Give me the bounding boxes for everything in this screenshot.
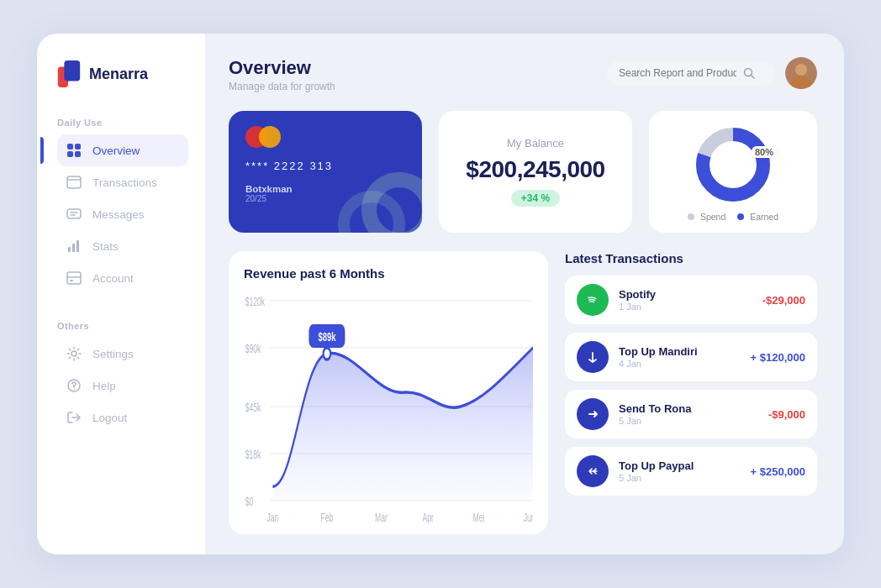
credit-card: **** 2222 313 Botxkman 20/25: [229, 111, 422, 233]
tx-rona-info: Send To Rona 5 Jan: [619, 402, 758, 426]
tx-name: Send To Rona: [619, 402, 758, 415]
sidebar-item-stats[interactable]: Stats: [57, 230, 188, 262]
table-row: Send To Rona 5 Jan -$9,000: [565, 390, 817, 438]
help-icon: [66, 377, 82, 394]
avatar[interactable]: [785, 57, 817, 89]
sidebar-item-overview[interactable]: Overview: [57, 134, 188, 166]
tx-date: 4 Jan: [619, 359, 741, 369]
tx-paypal-info: Top Up Paypal 5 Jan: [619, 459, 741, 483]
spotify-icon: [577, 284, 609, 316]
sidebar-item-transactions[interactable]: Transactions: [57, 166, 188, 198]
logo-text: Menarra: [89, 66, 148, 83]
sidebar-others-nav: Settings Help: [57, 338, 188, 433]
svg-rect-14: [70, 280, 73, 281]
svg-text:$0: $0: [245, 494, 254, 507]
search-box[interactable]: [607, 61, 775, 85]
tx-spotify-info: Spotify 1 Jan: [619, 288, 752, 312]
logo-icon: [57, 60, 81, 87]
messages-label: Messages: [92, 208, 145, 221]
svg-point-35: [324, 348, 331, 360]
svg-text:$18k: $18k: [245, 447, 261, 460]
logout-label: Logout: [92, 412, 127, 424]
donut-legend: Spend Earned: [688, 212, 778, 222]
logout-icon: [66, 409, 82, 426]
others-label: Others: [57, 321, 188, 331]
sidebar-item-logout[interactable]: Logout: [57, 402, 188, 433]
svg-text:Jun: Jun: [524, 511, 533, 524]
donut-card: 80% Spend Earned: [649, 111, 817, 233]
revenue-chart-svg: $120k $90k $45k $18k $0: [244, 289, 533, 524]
donut-percentage: 80%: [752, 146, 777, 158]
transactions-icon: [66, 174, 82, 191]
tx-amount: + $120,000: [751, 351, 805, 364]
svg-rect-9: [68, 247, 71, 252]
svg-rect-3: [75, 144, 81, 150]
svg-rect-6: [67, 176, 81, 188]
svg-rect-12: [67, 272, 81, 284]
table-row: Top Up Mandiri 4 Jan + $120,000: [565, 333, 817, 381]
stats-icon: [66, 238, 82, 255]
mc-yellow-circle: [259, 126, 281, 148]
svg-point-15: [71, 351, 76, 356]
svg-rect-10: [72, 244, 75, 252]
settings-icon: [66, 345, 82, 362]
chart-title: Revenue past 6 Months: [244, 266, 533, 281]
svg-point-17: [73, 389, 74, 390]
sidebar-item-messages[interactable]: Messages: [57, 198, 188, 230]
chart-section: Revenue past 6 Months $120k $90k $45k: [229, 251, 548, 534]
stats-label: Stats: [92, 240, 119, 253]
svg-rect-8: [67, 209, 81, 218]
tx-date: 1 Jan: [619, 302, 752, 312]
sidebar-item-account[interactable]: Account: [57, 262, 188, 294]
main-content: Overview Manage data for growth: [205, 34, 844, 554]
logo-area: Menarra: [57, 60, 188, 87]
account-label: Account: [92, 272, 134, 285]
transactions-title: Latest Transactions: [565, 251, 817, 265]
chart-area: $120k $90k $45k $18k $0: [244, 289, 533, 524]
earned-label: Earned: [750, 212, 778, 222]
svg-rect-4: [67, 151, 73, 157]
balance-amount: $200,245,000: [466, 156, 604, 183]
svg-rect-5: [75, 151, 81, 157]
help-label: Help: [92, 380, 116, 392]
svg-text:$120k: $120k: [245, 294, 266, 307]
sidebar-nav: Overview Transactions Me: [57, 134, 188, 294]
transactions-label: Transactions: [92, 176, 157, 189]
tx-date: 5 Jan: [619, 473, 741, 483]
svg-rect-11: [76, 240, 79, 252]
sidebar-item-help[interactable]: Help: [57, 370, 188, 402]
svg-text:Apr: Apr: [423, 511, 434, 524]
settings-label: Settings: [92, 348, 134, 360]
tx-mandiri-info: Top Up Mandiri 4 Jan: [619, 345, 741, 369]
spend-legend: Spend: [688, 212, 725, 222]
tx-amount: -$29,000: [762, 294, 805, 307]
tx-name: Top Up Paypal: [619, 459, 741, 472]
donut-chart: 80%: [691, 123, 775, 207]
spend-dot: [688, 213, 694, 220]
tx-name: Spotify: [619, 288, 752, 301]
svg-text:Jan: Jan: [266, 511, 278, 524]
svg-rect-2: [67, 144, 73, 150]
daily-use-label: Daily Use: [57, 118, 188, 128]
header: Overview Manage data for growth: [229, 57, 817, 92]
table-row: Top Up Paypal 5 Jan + $250,000: [565, 447, 817, 496]
send-icon: [577, 398, 609, 430]
card-number: **** 2222 313: [245, 160, 405, 172]
bottom-row: Revenue past 6 Months $120k $90k $45k: [229, 251, 817, 534]
sidebar-item-settings[interactable]: Settings: [57, 338, 188, 370]
spend-label: Spend: [700, 212, 725, 222]
mastercard-logo: [245, 126, 405, 148]
balance-card: My Balance $200,245,000 +34 %: [439, 111, 632, 233]
svg-text:$90k: $90k: [245, 341, 261, 354]
search-icon: [743, 67, 755, 79]
search-input[interactable]: [619, 67, 736, 79]
app-container: Menarra Daily Use Overview: [37, 34, 844, 554]
earned-legend: Earned: [737, 212, 778, 222]
svg-rect-1: [64, 60, 80, 81]
transactions-section: Latest Transactions: [565, 251, 817, 534]
balance-change-badge: +34 %: [511, 190, 560, 207]
header-right: [607, 57, 817, 89]
tx-name: Top Up Mandiri: [619, 345, 741, 358]
svg-line-19: [752, 76, 755, 79]
sidebar: Menarra Daily Use Overview: [37, 34, 205, 554]
